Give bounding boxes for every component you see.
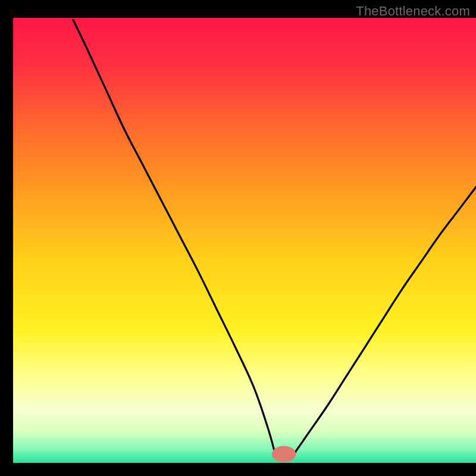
optimal-marker — [272, 446, 296, 462]
watermark-text: TheBottleneck.com — [356, 4, 470, 19]
chart-container: TheBottleneck.com — [0, 0, 476, 476]
bottleneck-chart — [0, 0, 476, 476]
plot-background-gradient — [13, 18, 476, 463]
